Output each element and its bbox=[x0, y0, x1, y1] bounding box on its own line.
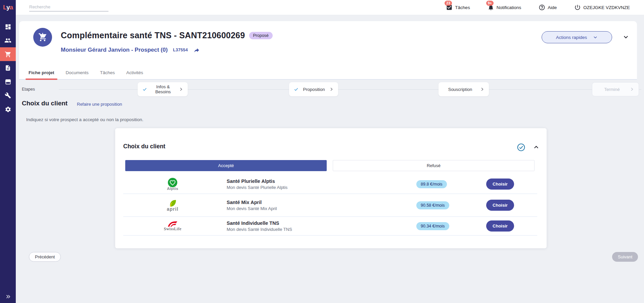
price-badge: 89.8 €/mois bbox=[416, 180, 447, 188]
power-icon bbox=[574, 4, 581, 11]
page-title: Complémentaire santé TNS - SANT210600269 bbox=[61, 31, 245, 40]
steps-label: Etapes bbox=[22, 87, 35, 92]
step-infos-besoins[interactable]: Infos & Besoins bbox=[138, 82, 188, 96]
next-button[interactable]: Suivant bbox=[612, 252, 638, 262]
help-icon bbox=[539, 4, 545, 11]
tab-activites[interactable]: Activités bbox=[125, 70, 145, 79]
notifications-menu-item[interactable]: 9+ Notifications bbox=[488, 4, 521, 11]
sidebar-item-projects[interactable] bbox=[0, 47, 16, 61]
tasks-menu-item[interactable]: 23 Tâches bbox=[446, 4, 470, 11]
offer-row-swisslife: SwissLife Santé Individuelle TNS Mon dev… bbox=[123, 217, 537, 236]
sidebar-item-tools[interactable] bbox=[0, 89, 16, 102]
app-logo[interactable]: Lya bbox=[0, 0, 16, 15]
client-code: L37554 bbox=[173, 48, 188, 52]
brand-swisslife: SwissLife bbox=[152, 220, 193, 232]
search-input[interactable] bbox=[29, 4, 108, 9]
project-tabs: Fiche projet Documents Tâches Activités bbox=[19, 67, 637, 80]
notifications-badge: 9+ bbox=[486, 1, 494, 6]
client-link[interactable]: Monsieur Gérard Janvion - Prospect (0) bbox=[61, 47, 168, 53]
brand-april: april bbox=[152, 199, 193, 212]
add-cart-icon bbox=[38, 33, 47, 42]
sidebar-expand-button[interactable] bbox=[5, 294, 11, 300]
topbar: Lya 23 Tâches 9+ Notifications Aide bbox=[0, 0, 644, 15]
card-title: Choix du client bbox=[123, 143, 165, 150]
quick-actions-label: Actions rapides bbox=[556, 35, 587, 40]
header-collapse-button[interactable] bbox=[623, 34, 629, 40]
refused-toggle-button[interactable]: Refusé bbox=[333, 160, 535, 171]
brand-april-label: april bbox=[167, 206, 179, 212]
topbar-right: 23 Tâches 9+ Notifications Aide OZEJGKE … bbox=[446, 4, 644, 11]
chevron-up-icon bbox=[533, 144, 539, 150]
offer-quote: Mon devis Santé Individuelle TNS bbox=[227, 227, 368, 232]
tasks-checkbox-icon: 23 bbox=[446, 4, 453, 11]
choose-button-alptis[interactable]: Choisir bbox=[486, 179, 514, 190]
double-chevron-right-icon bbox=[5, 294, 11, 300]
tab-documents[interactable]: Documents bbox=[64, 70, 90, 79]
tasks-label: Tâches bbox=[455, 5, 470, 10]
offer-quote: Mon devis Santé Plurielle Alptis bbox=[227, 185, 368, 190]
status-badge: Proposé bbox=[249, 32, 273, 39]
client-choice-card: Choix du client Accepté Refusé Alptis Sa… bbox=[115, 128, 547, 248]
offers-list: Alptis Santé Plurielle Alptis Mon devis … bbox=[123, 174, 537, 236]
previous-button[interactable]: Précédent bbox=[29, 252, 61, 262]
offer-row-april: april Santé Mix April Mon devis Santé Mi… bbox=[123, 194, 537, 217]
offer-name: Santé Individuelle TNS bbox=[227, 220, 368, 226]
sidebar-item-marketplace[interactable] bbox=[0, 75, 16, 89]
sidebar-item-contacts[interactable] bbox=[0, 34, 16, 47]
brand-alptis: Alptis bbox=[152, 178, 193, 191]
check-icon bbox=[294, 87, 298, 92]
sidebar bbox=[0, 15, 16, 303]
swisslife-logo-icon bbox=[167, 220, 178, 227]
chevron-down-icon bbox=[593, 35, 598, 40]
project-avatar bbox=[33, 28, 52, 47]
step-label: Infos & Besoins bbox=[150, 84, 176, 94]
step-souscription[interactable]: Souscription bbox=[439, 82, 489, 96]
sidebar-item-documents[interactable] bbox=[0, 61, 16, 75]
gear-icon bbox=[5, 106, 11, 113]
chevron-down-icon bbox=[623, 34, 629, 40]
price-badge: 90.34 €/mois bbox=[416, 222, 449, 230]
user-label: OZEJGKE VZDKVNZE bbox=[583, 5, 630, 10]
user-session-item[interactable]: OZEJGKE VZDKVNZE bbox=[574, 4, 630, 11]
step-proposition[interactable]: Proposition bbox=[289, 82, 338, 96]
main-content: Complémentaire santé TNS - SANT210600269… bbox=[16, 15, 644, 303]
choose-button-swisslife[interactable]: Choisir bbox=[486, 220, 514, 232]
offer-name: Santé Plurielle Alptis bbox=[227, 179, 368, 184]
chevron-right-icon bbox=[329, 87, 333, 91]
check-circle-icon bbox=[517, 143, 525, 152]
chevron-right-icon bbox=[179, 87, 183, 91]
step-label: Souscription bbox=[443, 87, 477, 92]
check-icon bbox=[142, 87, 147, 92]
brand-alptis-label: Alptis bbox=[167, 187, 178, 191]
chevron-right-icon bbox=[480, 87, 484, 91]
accepted-toggle-button[interactable]: Accepté bbox=[125, 160, 327, 171]
card-collapse-button[interactable] bbox=[533, 144, 539, 150]
redo-proposal-link[interactable]: Refaire une proposition bbox=[77, 102, 122, 107]
offer-quote: Mon devis Santé Mix April bbox=[227, 206, 368, 211]
step-label: Terminé bbox=[597, 87, 627, 92]
sidebar-item-settings[interactable] bbox=[0, 102, 16, 116]
tab-taches[interactable]: Tâches bbox=[98, 70, 117, 79]
storefront-icon bbox=[5, 79, 11, 85]
section-title: Choix du client bbox=[22, 100, 67, 107]
offer-row-alptis: Alptis Santé Plurielle Alptis Mon devis … bbox=[123, 174, 537, 194]
steps-stepper: Etapes Infos & Besoins Proposition Sousc… bbox=[16, 82, 644, 96]
dashboard-icon bbox=[5, 23, 11, 30]
tab-fiche-projet[interactable]: Fiche projet bbox=[27, 70, 56, 79]
sidebar-item-dashboard[interactable] bbox=[0, 20, 16, 34]
open-client-icon[interactable] bbox=[193, 47, 200, 53]
step-label: Proposition bbox=[302, 87, 326, 92]
help-label: Aide bbox=[548, 5, 557, 10]
tools-icon bbox=[5, 92, 11, 99]
choose-button-april[interactable]: Choisir bbox=[486, 200, 514, 211]
alptis-logo-icon bbox=[168, 178, 178, 188]
section-description: Indiquez si votre prospect a accepté ou … bbox=[26, 117, 143, 122]
quick-actions-button[interactable]: Actions rapides bbox=[542, 31, 612, 43]
tasks-badge: 23 bbox=[445, 1, 452, 6]
step-termine: Terminé bbox=[592, 82, 639, 96]
help-menu-item[interactable]: Aide bbox=[539, 4, 557, 11]
brand-swisslife-label: SwissLife bbox=[164, 226, 182, 232]
notifications-label: Notifications bbox=[497, 5, 521, 10]
logo-text: Lya bbox=[3, 4, 13, 11]
project-header: Complémentaire santé TNS - SANT210600269… bbox=[19, 21, 637, 80]
